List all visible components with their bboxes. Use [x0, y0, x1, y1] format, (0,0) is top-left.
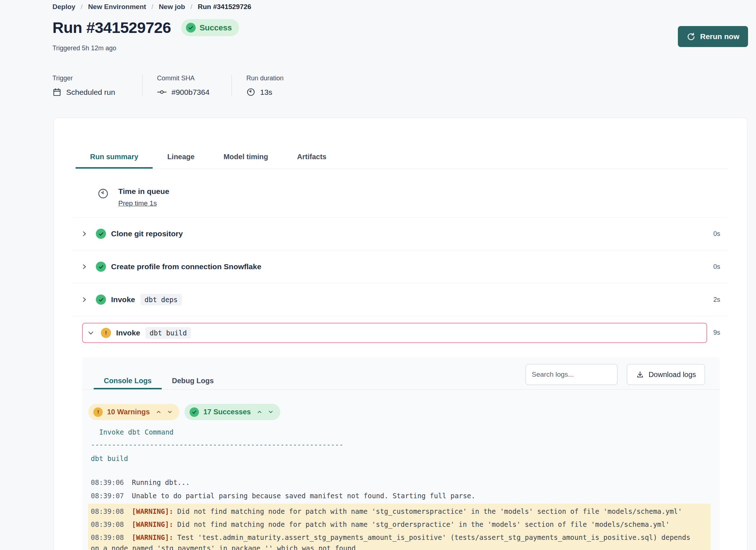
breadcrumb: Deploy / New Environment / New job / Run… [52, 3, 251, 11]
prev-warning-chevron-up-icon[interactable] [156, 409, 162, 415]
commit-icon [157, 88, 167, 97]
success-icon [96, 262, 106, 272]
tab-artifacts[interactable]: Artifacts [283, 146, 341, 169]
breadcrumb-item-run: Run #341529726 [198, 3, 251, 11]
tab-console-logs[interactable]: Console Logs [94, 369, 162, 389]
step-duration: 0s [713, 230, 728, 238]
log-line-warning: 08:39:08[WARNING]:Did not find matching … [91, 519, 701, 530]
chevron-right-icon[interactable] [81, 263, 88, 270]
log-line-warning: 08:39:08[WARNING]:Did not find matching … [91, 506, 701, 517]
log-text: Test 'test.admin_maturity.assert_stg_pay… [91, 533, 690, 550]
download-icon [636, 371, 644, 379]
step-duration: 2s [713, 296, 728, 304]
triggered-time: Triggered 5h 12m ago [52, 45, 116, 52]
run-tabs: Run summary Lineage Model timing Artifac… [73, 146, 728, 169]
log-command: dbt build [91, 453, 709, 464]
success-check-icon [186, 23, 196, 33]
meta-trigger-label: Trigger [52, 75, 128, 82]
run-meta: Trigger Scheduled run Commit SHA #900b73… [52, 75, 298, 97]
chevron-down-icon[interactable] [87, 329, 94, 337]
timer-icon [97, 188, 109, 207]
log-output: Invoke dbt Command ---------------------… [91, 427, 709, 550]
log-timestamp: 08:39:08 [91, 520, 124, 528]
chevron-right-icon[interactable] [81, 230, 88, 237]
breadcrumb-item-environment[interactable]: New Environment [88, 3, 146, 11]
step-row-dbt-build: Invoke dbt build 9s [73, 316, 728, 349]
page-title: Run #341529726 [52, 19, 171, 37]
meta-duration-value: 13s [260, 88, 272, 97]
tab-lineage[interactable]: Lineage [153, 146, 209, 169]
warning-icon [93, 407, 103, 417]
log-text: Did not find matching node for patch wit… [177, 520, 670, 528]
warnings-filter-badge[interactable]: 10 Warnings [88, 404, 179, 420]
chevron-right-icon[interactable] [81, 296, 88, 303]
successes-filter-badge[interactable]: 17 Successes [184, 404, 280, 420]
log-filter-badges: 10 Warnings 17 Successes [88, 404, 720, 420]
step-label: Invoke [111, 295, 135, 304]
breadcrumb-separator: / [152, 3, 153, 11]
calendar-icon [52, 88, 61, 97]
warning-tag: [WARNING]: [132, 533, 173, 541]
breadcrumb-separator: / [81, 3, 82, 11]
meta-trigger: Trigger Scheduled run [52, 75, 142, 97]
tab-debug-logs[interactable]: Debug Logs [162, 369, 224, 389]
step-label: Create profile from connection Snowflake [111, 262, 261, 271]
log-divider: ----------------------------------------… [91, 439, 709, 450]
log-timestamp: 08:39:07 [91, 492, 124, 500]
meta-trigger-value: Scheduled run [66, 88, 115, 97]
warning-log-block: 08:39:08[WARNING]:Did not find matching … [88, 504, 711, 550]
meta-duration: Run duration 13s [232, 75, 298, 97]
download-logs-label: Download logs [649, 371, 696, 379]
step-row-profile[interactable]: Create profile from connection Snowflake… [73, 250, 728, 283]
warnings-badge-label: 10 Warnings [107, 408, 150, 416]
log-line-warning: 08:39:08[WARNING]:Test 'test.admin_matur… [91, 532, 701, 550]
step-command-pill: dbt build [145, 327, 191, 339]
selected-step-box[interactable]: Invoke dbt build [82, 323, 707, 343]
log-timestamp: 08:39:08 [91, 507, 124, 515]
meta-duration-label: Run duration [246, 75, 284, 82]
step-label: Invoke [116, 329, 140, 337]
status-badge-label: Success [200, 23, 232, 33]
meta-commit-label: Commit SHA [157, 75, 217, 82]
step-row-clone[interactable]: Clone git repository 0s [73, 217, 728, 250]
log-text: Running dbt... [132, 478, 190, 486]
clock-icon [246, 88, 255, 97]
log-command-title: Invoke dbt Command [91, 427, 709, 437]
step-duration: 9s [713, 329, 728, 337]
rerun-now-button[interactable]: Rerun now [678, 26, 748, 47]
breadcrumb-separator: / [191, 3, 192, 11]
breadcrumb-item-deploy[interactable]: Deploy [52, 3, 75, 11]
success-check-icon [190, 407, 199, 417]
meta-commit: Commit SHA #900b7364 [142, 75, 232, 97]
tab-run-summary[interactable]: Run summary [76, 146, 153, 169]
rerun-label: Rerun now [700, 32, 740, 41]
console-logs-header: Console Logs Debug Logs Download logs [82, 357, 720, 390]
success-icon [96, 295, 106, 305]
log-tabs: Console Logs Debug Logs [94, 369, 224, 389]
prep-time-link[interactable]: Prep time 1s [118, 199, 157, 207]
rerun-icon [687, 32, 696, 41]
step-row-dbt-deps[interactable]: Invoke dbt deps 2s [73, 283, 728, 316]
title-row: Run #341529726 Success [52, 19, 239, 37]
meta-commit-value[interactable]: #900b7364 [171, 88, 209, 97]
download-logs-button[interactable]: Download logs [627, 364, 705, 385]
steps-list: Clone git repository 0s Create profile f… [73, 217, 728, 349]
step-duration: 0s [713, 263, 728, 271]
step-label: Clone git repository [111, 229, 183, 238]
log-timestamp: 08:39:08 [91, 533, 124, 541]
time-in-queue-section: Time in queue Prep time 1s [73, 187, 728, 217]
log-line: 08:39:07Unable to do partial parsing bec… [91, 490, 709, 501]
step-command-pill: dbt deps [140, 294, 182, 305]
search-logs-input[interactable] [526, 364, 617, 385]
tab-model-timing[interactable]: Model timing [209, 146, 283, 169]
console-logs-panel: Console Logs Debug Logs Download logs 10… [82, 357, 720, 550]
status-badge: Success [181, 19, 239, 36]
successes-badge-label: 17 Successes [203, 408, 251, 416]
run-summary-card: Run summary Lineage Model timing Artifac… [54, 118, 747, 550]
time-in-queue-title: Time in queue [118, 187, 169, 196]
next-warning-chevron-down-icon[interactable] [167, 409, 173, 415]
next-success-chevron-down-icon[interactable] [268, 409, 274, 415]
log-timestamp: 08:39:06 [91, 478, 124, 486]
prev-success-chevron-up-icon[interactable] [256, 409, 263, 415]
breadcrumb-item-job[interactable]: New job [159, 3, 185, 11]
